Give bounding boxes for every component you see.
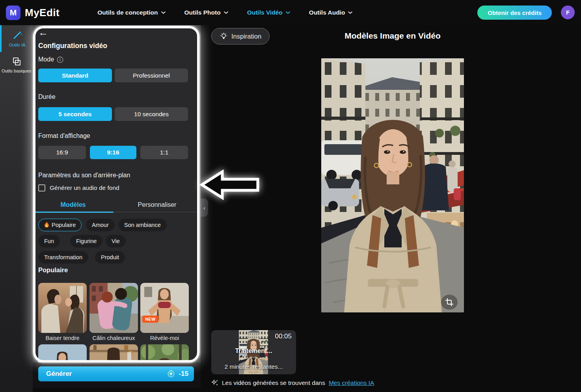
aspect-16-9-button[interactable]: 16:9 bbox=[38, 146, 86, 159]
magic-wand-icon bbox=[12, 30, 22, 40]
generate-button[interactable]: Générer -15 bbox=[38, 366, 194, 381]
video-config-panel: ← Configurations vidéo Mode Standard Pro… bbox=[33, 25, 201, 388]
template-label: Câlin chaleureux bbox=[89, 335, 138, 341]
hero-image bbox=[321, 58, 464, 312]
generate-label: Générer bbox=[46, 370, 72, 378]
chip-popular[interactable]: Populaire bbox=[38, 219, 82, 231]
sidebar-item-ai-tools[interactable]: Outils IA bbox=[0, 25, 33, 52]
chevron-down-icon bbox=[224, 11, 228, 14]
checkbox-label: Générer un audio de fond bbox=[50, 184, 119, 191]
footer-note: Les vidéos générées se trouvent dans Mes… bbox=[211, 379, 374, 386]
chip-ambient-sound[interactable]: Son ambiance bbox=[118, 219, 167, 231]
crop-button[interactable] bbox=[441, 295, 458, 310]
credit-coin-icon bbox=[167, 370, 175, 378]
generate-audio-checkbox-row[interactable]: Générer un audio de fond bbox=[38, 184, 119, 191]
chevron-down-icon bbox=[286, 11, 290, 14]
duration-5s-button[interactable]: 5 secondes bbox=[38, 107, 112, 121]
mode-label: Mode bbox=[38, 56, 63, 63]
new-badge: NEW bbox=[142, 316, 158, 323]
popular-section-title: Populaire bbox=[38, 266, 68, 274]
template-tender-kiss[interactable] bbox=[38, 283, 87, 333]
myedit-logo-icon[interactable]: M bbox=[6, 6, 20, 20]
template-reveal-me[interactable]: NEW bbox=[140, 283, 189, 333]
chip-life[interactable]: Vie bbox=[106, 235, 126, 247]
warm-hug-image bbox=[89, 283, 138, 333]
credit-cost: -15 bbox=[167, 370, 188, 378]
duration-label: Durée bbox=[38, 93, 56, 100]
tab-customize[interactable]: Personnaliser bbox=[114, 198, 201, 212]
checkbox-unchecked[interactable] bbox=[38, 184, 45, 191]
panel-collapse-handle[interactable]: ‹ bbox=[201, 199, 208, 217]
page-title: Modèles Image en Vidéo bbox=[302, 31, 484, 41]
tool-sidebar: Outils IA Outils basiques bbox=[0, 25, 33, 392]
pointer-arrow-left-icon bbox=[199, 169, 261, 201]
chip-fun[interactable]: Fun bbox=[38, 235, 60, 247]
aspect-label: Format d'affichage bbox=[38, 132, 90, 139]
chip-product[interactable]: Produit bbox=[95, 251, 125, 264]
my-ai-creations-link[interactable]: Mes créations IA bbox=[329, 379, 374, 386]
duration-10s-button[interactable]: 10 secondes bbox=[115, 107, 188, 121]
template-label: Révèle-moi bbox=[140, 335, 189, 341]
template-warm-hug[interactable] bbox=[89, 283, 138, 333]
chip-love[interactable]: Amour bbox=[86, 219, 115, 231]
sidebar-item-basic-tools[interactable]: Outils basiques bbox=[0, 52, 33, 78]
top-nav: M MyEdit Outils de conception Outils Pho… bbox=[0, 0, 581, 25]
crop-icon bbox=[445, 298, 454, 307]
user-avatar[interactable]: F bbox=[561, 6, 575, 19]
video-duration: 00:05 bbox=[275, 333, 292, 340]
mode-standard-button[interactable]: Standard bbox=[38, 69, 112, 82]
sound-settings-label: Paramètres du son d'arrière-plan bbox=[38, 172, 130, 179]
main-menu: Outils de conception Outils Photo Outils… bbox=[97, 9, 352, 16]
panel-title: Configurations vidéo bbox=[38, 42, 107, 50]
time-remaining: 2 minutes restantes... bbox=[211, 363, 296, 370]
nav-photo-tools[interactable]: Outils Photo bbox=[184, 9, 228, 16]
brand-title: MyEdit bbox=[25, 7, 60, 19]
active-tab-underline bbox=[35, 212, 114, 213]
get-credits-button[interactable]: Obtenir des crédits bbox=[477, 6, 552, 20]
tab-models[interactable]: Modèles bbox=[33, 198, 114, 212]
info-icon[interactable] bbox=[57, 56, 63, 63]
layers-squares-icon bbox=[12, 57, 21, 66]
chevron-down-icon bbox=[348, 11, 352, 14]
mode-professional-button[interactable]: Professionnel bbox=[115, 69, 188, 82]
chevron-down-icon bbox=[161, 11, 166, 14]
template-tabs: Modèles Personnaliser bbox=[33, 198, 201, 212]
back-button[interactable]: ← bbox=[38, 28, 48, 37]
template-label: Baiser tendre bbox=[38, 335, 87, 341]
nav-audio-tools[interactable]: Outils Audio bbox=[309, 9, 353, 16]
nav-design-tools[interactable]: Outils de conception bbox=[97, 9, 165, 16]
processing-status: Traitement... bbox=[211, 347, 296, 355]
aspect-9-16-button[interactable]: 9:16 bbox=[90, 146, 136, 159]
inspiration-button[interactable]: Inspiration bbox=[211, 28, 270, 45]
chip-figurine[interactable]: Figurine bbox=[70, 235, 102, 247]
nav-video-tools[interactable]: Outils Vidéo bbox=[247, 9, 290, 16]
reveal-me-image bbox=[140, 283, 189, 333]
chip-transformation[interactable]: Transformation bbox=[38, 251, 88, 264]
ai-sparkle-icon bbox=[211, 379, 218, 386]
tender-kiss-image bbox=[38, 283, 87, 333]
flame-icon bbox=[44, 222, 49, 228]
lightbulb-icon bbox=[220, 32, 228, 41]
processing-job-card[interactable]: 00:05 Traitement... 2 minutes restantes.… bbox=[211, 330, 296, 374]
aspect-1-1-button[interactable]: 1:1 bbox=[140, 146, 188, 159]
